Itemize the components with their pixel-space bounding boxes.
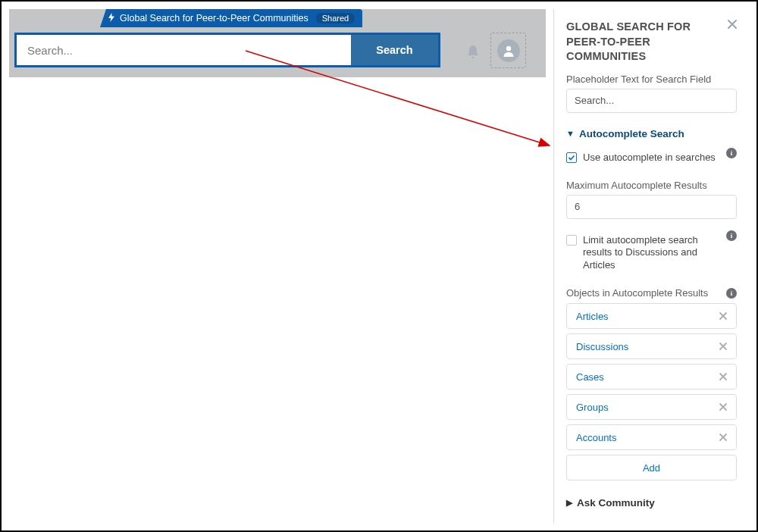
remove-icon[interactable]	[716, 340, 730, 353]
objects-label: Objects in Autocomplete Results	[566, 287, 722, 299]
section-ask-community-toggle[interactable]: ▶ Ask Community	[566, 497, 737, 509]
placeholder-field-label: Placeholder Text for Search Field	[566, 74, 737, 85]
object-chip[interactable]: Cases	[566, 364, 737, 390]
properties-panel: GLOBAL SEARCH FOR PEER-TO-PEER COMMUNITI…	[553, 9, 749, 523]
search-component-selection[interactable]: Search	[14, 33, 440, 67]
remove-icon[interactable]	[716, 400, 730, 414]
use-autocomplete-label: Use autocomplete in searches	[583, 152, 722, 164]
placeholder-field-input[interactable]	[566, 89, 737, 113]
limit-autocomplete-label: Limit autocomplete search results to Dis…	[583, 234, 722, 273]
checkbox-empty-icon	[566, 235, 577, 246]
info-icon[interactable]: i	[726, 148, 737, 158]
info-icon[interactable]: i	[726, 288, 737, 299]
section-autocomplete-title: Autocomplete Search	[579, 128, 684, 139]
object-chip-label: Cases	[576, 371, 716, 383]
remove-icon[interactable]	[716, 309, 730, 323]
remove-icon[interactable]	[716, 430, 730, 444]
notifications-icon[interactable]	[461, 40, 485, 64]
component-tab-label: Global Search for Peer-to-Peer Communiti…	[120, 13, 309, 23]
selected-component-tab[interactable]: Global Search for Peer-to-Peer Communiti…	[100, 9, 362, 27]
checkbox-checked-icon	[566, 152, 577, 163]
max-results-input[interactable]	[566, 195, 737, 219]
object-chip-label: Accounts	[576, 432, 716, 443]
object-chip[interactable]: Discussions	[566, 333, 737, 359]
shared-badge: Shared	[316, 13, 355, 23]
preview-topbar: Global Search for Peer-to-Peer Communiti…	[9, 9, 546, 77]
object-chip[interactable]: Accounts	[566, 424, 737, 450]
close-icon[interactable]	[726, 18, 740, 32]
chevron-right-icon: ▶	[566, 498, 572, 508]
max-results-label: Maximum Autocomplete Results	[566, 180, 737, 191]
remove-icon[interactable]	[716, 370, 730, 383]
object-chip-label: Groups	[576, 402, 716, 413]
section-ask-community-title: Ask Community	[577, 497, 655, 509]
search-input[interactable]	[17, 35, 351, 65]
limit-autocomplete-checkbox-row[interactable]: Limit autocomplete search results to Dis…	[566, 234, 722, 273]
info-icon[interactable]: i	[726, 230, 737, 241]
avatar	[497, 39, 520, 62]
object-chip-label: Discussions	[576, 341, 716, 352]
objects-list: Articles Discussions Cases Groups Accoun…	[566, 303, 737, 480]
object-chip[interactable]: Articles	[566, 303, 737, 329]
use-autocomplete-checkbox-row[interactable]: Use autocomplete in searches	[566, 152, 722, 164]
panel-title: GLOBAL SEARCH FOR PEER-TO-PEER COMMUNITI…	[566, 20, 737, 64]
add-object-button[interactable]: Add	[566, 455, 737, 480]
search-button[interactable]: Search	[351, 35, 438, 65]
profile-drop-target[interactable]	[490, 33, 526, 68]
svg-point-0	[506, 45, 510, 50]
chevron-down-icon: ▼	[566, 129, 575, 138]
object-chip-label: Articles	[576, 311, 716, 322]
object-chip[interactable]: Groups	[566, 394, 737, 420]
bolt-icon	[108, 13, 115, 24]
section-autocomplete-toggle[interactable]: ▼ Autocomplete Search	[566, 128, 737, 139]
